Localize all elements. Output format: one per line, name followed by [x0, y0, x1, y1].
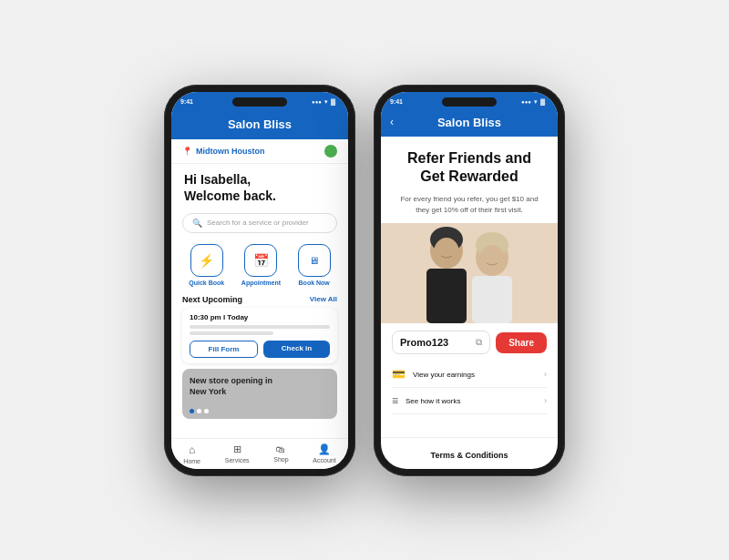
- account-label: Account: [313, 457, 335, 463]
- battery-icon: ▓: [331, 98, 335, 105]
- svg-rect-0: [381, 223, 558, 323]
- search-icon: 🔍: [192, 219, 202, 228]
- svg-rect-2: [426, 269, 467, 323]
- upcoming-title: Next Upcoming: [182, 295, 242, 304]
- promo-code-box: Promo123 ⧉: [392, 331, 490, 354]
- appointment-icon: 📅: [244, 244, 277, 277]
- view-earnings-option[interactable]: 💳 View your earnings ›: [392, 361, 547, 388]
- promo-code-section: Promo123 ⧉ Share: [381, 323, 558, 361]
- wifi-icon: ▾: [324, 98, 328, 106]
- promo-dots: [190, 409, 209, 413]
- greeting-section: Hi Isabella, Welcome back.: [171, 164, 348, 208]
- status-time-2: 9:41: [390, 98, 403, 105]
- promo-banner[interactable]: New store opening in New York: [182, 369, 337, 419]
- view-all-link[interactable]: View All: [310, 295, 337, 303]
- phone-2: 9:41 ●●● ▾ ▓ ‹ Salon Bliss Refer Friends…: [374, 85, 565, 476]
- svg-rect-4: [472, 276, 512, 323]
- referral-options: 💳 View your earnings › ≡ See how it work…: [381, 361, 558, 414]
- fill-form-button[interactable]: Fill Form: [190, 341, 258, 358]
- status-icons: ●●● ▾ ▓: [312, 98, 335, 106]
- check-in-button[interactable]: Check in: [263, 341, 330, 358]
- greeting-text: Hi Isabella, Welcome back.: [184, 171, 335, 204]
- how-it-works-left: ≡ See how it works: [392, 394, 460, 407]
- app-header: Salon Bliss: [171, 112, 348, 139]
- online-status-dot: [324, 145, 337, 158]
- bottom-nav: ⌂ Home ⊞ Services 🛍 Shop 👤 Account: [171, 438, 348, 469]
- search-placeholder: Search for a service or provider: [207, 219, 309, 227]
- nav-shop[interactable]: 🛍 Shop: [273, 444, 288, 463]
- appointment-buttons: Fill Form Check in: [190, 341, 330, 358]
- share-button[interactable]: Share: [496, 332, 547, 353]
- location-pin-icon: 📍: [182, 147, 192, 156]
- upcoming-header: Next Upcoming View All: [171, 291, 348, 308]
- app-header-2: ‹ Salon Bliss: [381, 112, 558, 137]
- shop-label: Shop: [273, 456, 288, 463]
- nav-services[interactable]: ⊞ Services: [225, 443, 250, 463]
- app-title: Salon Bliss: [228, 117, 292, 131]
- terms-footer[interactable]: Terms & Conditions: [381, 437, 558, 469]
- app-body: 📍 Midtown Houston Hi Isabella, Welcome b…: [171, 139, 348, 438]
- search-bar[interactable]: 🔍 Search for a service or provider: [182, 213, 337, 233]
- detail-line-1: [190, 325, 330, 329]
- phone-notch: [232, 97, 287, 107]
- home-icon: ⌂: [189, 443, 195, 456]
- terms-text: Terms & Conditions: [431, 451, 508, 460]
- phone-2-notch: [442, 97, 497, 107]
- promo-dot-2: [197, 409, 201, 413]
- copy-icon[interactable]: ⧉: [476, 337, 482, 348]
- status-time: 9:41: [180, 98, 193, 105]
- quick-actions: ⚡ Quick Book 📅 Appointment 🖥 Book Now: [171, 239, 348, 291]
- account-icon: 👤: [318, 443, 331, 455]
- nav-home[interactable]: ⌂ Home: [183, 443, 200, 464]
- appointment-details: [190, 325, 330, 335]
- promo-code-value: Promo123: [400, 337, 448, 348]
- referral-image: [381, 223, 558, 323]
- earnings-icon: 💳: [392, 368, 406, 381]
- services-icon: ⊞: [233, 443, 241, 455]
- home-label: Home: [183, 458, 200, 464]
- referral-description: For every friend you refer, you get $10 …: [395, 194, 543, 216]
- svg-point-8: [479, 245, 505, 274]
- view-earnings-left: 💳 View your earnings: [392, 368, 475, 381]
- location-bar: 📍 Midtown Houston: [171, 139, 348, 164]
- how-it-works-option[interactable]: ≡ See how it works ›: [392, 388, 547, 414]
- shop-icon: 🛍: [276, 444, 285, 454]
- greeting-line2: Welcome back.: [184, 188, 276, 203]
- referral-content: Refer Friends and Get Rewarded For every…: [381, 137, 558, 224]
- action-quick-book[interactable]: ⚡ Quick Book: [189, 244, 224, 286]
- services-label: Services: [225, 457, 250, 463]
- app-title-2: Salon Bliss: [392, 116, 547, 129]
- referral-body: Refer Friends and Get Rewarded For every…: [381, 137, 558, 469]
- promo-dot-1: [190, 409, 194, 413]
- promo-dot-3: [204, 409, 209, 413]
- appointment-card: 10:30 pm I Today Fill Form Check in: [182, 308, 337, 363]
- detail-line-2: [190, 331, 273, 335]
- nav-account[interactable]: 👤 Account: [313, 443, 335, 463]
- action-appointment[interactable]: 📅 Appointment: [241, 244, 281, 286]
- location-info[interactable]: 📍 Midtown Houston: [182, 147, 264, 156]
- quick-book-label: Quick Book: [189, 280, 224, 286]
- earnings-arrow-icon: ›: [544, 370, 547, 379]
- location-text: Midtown Houston: [196, 147, 264, 156]
- greeting-line1: Hi Isabella,: [184, 172, 251, 187]
- appointment-label: Appointment: [241, 280, 281, 286]
- book-now-icon: 🖥: [298, 244, 331, 277]
- appointment-time: 10:30 pm I Today: [190, 313, 330, 321]
- action-book-now[interactable]: 🖥 Book Now: [298, 244, 331, 286]
- book-now-label: Book Now: [299, 280, 330, 286]
- how-it-works-label: See how it works: [406, 397, 460, 405]
- promo-text: New store opening in New York: [190, 376, 273, 397]
- status-icons-2: ●●● ▾ ▓: [521, 98, 545, 106]
- quick-book-icon: ⚡: [190, 244, 223, 277]
- signal-icon-2: ●●●: [521, 99, 531, 105]
- phone-1-screen: 9:41 ●●● ▾ ▓ Salon Bliss 📍 Midtown Houst…: [171, 92, 348, 469]
- phone-1: 9:41 ●●● ▾ ▓ Salon Bliss 📍 Midtown Houst…: [164, 85, 355, 476]
- battery-icon-2: ▓: [540, 98, 545, 105]
- svg-point-7: [434, 238, 459, 267]
- back-button[interactable]: ‹: [390, 116, 394, 128]
- referral-title: Refer Friends and Get Rewarded: [395, 149, 543, 188]
- how-it-works-icon: ≡: [392, 394, 398, 407]
- signal-icon: ●●●: [312, 99, 322, 105]
- phone-2-screen: 9:41 ●●● ▾ ▓ ‹ Salon Bliss Refer Friends…: [381, 92, 558, 469]
- how-it-works-arrow-icon: ›: [544, 396, 547, 405]
